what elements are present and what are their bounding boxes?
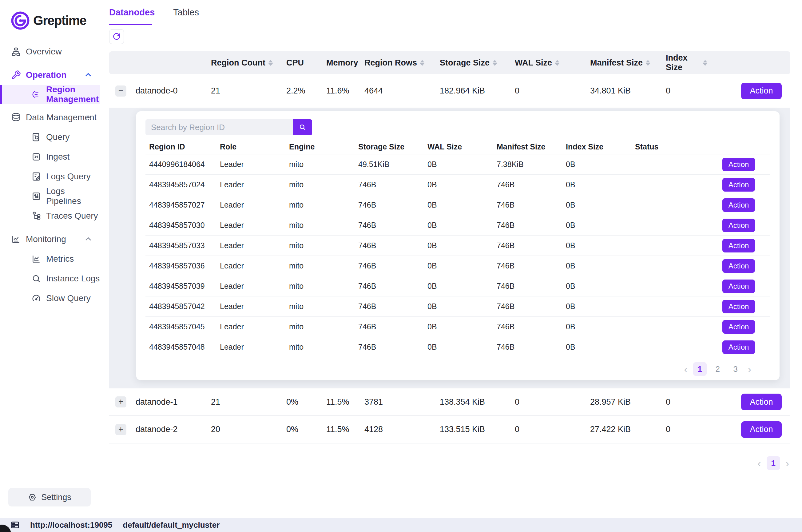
sidebar-item-label: Logs Query xyxy=(46,172,91,182)
endpoint-url[interactable]: http://localhost:19095 xyxy=(30,520,112,530)
cell-cpu: 2.2% xyxy=(278,86,318,96)
chevron-up-icon[interactable] xyxy=(83,70,93,80)
expand-row-button[interactable]: + xyxy=(115,396,127,407)
cell-engine: mito xyxy=(285,180,355,189)
region-table-row: 4483945857036Leadermito746B0B746B0BActio… xyxy=(146,256,770,276)
cell-wal-size: 0 xyxy=(511,86,586,96)
sidebar-item-operation[interactable]: Operation xyxy=(0,65,100,85)
cell-role: Leader xyxy=(216,180,285,189)
cell-region-id: 4483945857027 xyxy=(146,201,216,209)
sidebar-item-logs-query[interactable]: Logs Query xyxy=(0,167,100,186)
next-page-icon[interactable]: › xyxy=(747,362,752,376)
page-1[interactable]: 1 xyxy=(693,362,707,376)
sidebar-item-slow-query[interactable]: Slow Query xyxy=(0,288,100,308)
next-page-icon[interactable]: › xyxy=(784,456,790,470)
sort-icon[interactable] xyxy=(493,60,497,66)
cell-storage-size: 49.51KiB xyxy=(355,160,424,169)
sidebar-item-metrics[interactable]: Metrics xyxy=(0,249,100,269)
action-button[interactable]: Action xyxy=(722,239,755,252)
cell-role: Leader xyxy=(216,160,285,169)
collapse-row-button[interactable]: − xyxy=(115,86,127,97)
cell-role: Leader xyxy=(216,322,285,331)
sort-icon[interactable] xyxy=(646,60,650,66)
sort-icon[interactable] xyxy=(703,60,707,66)
settings-button[interactable]: Settings xyxy=(8,488,91,507)
sidebar-item-ingest[interactable]: Ingest xyxy=(0,147,100,167)
sort-icon[interactable] xyxy=(555,60,559,66)
prev-page-icon[interactable]: ‹ xyxy=(756,456,762,470)
chevron-up-icon[interactable] xyxy=(83,113,93,122)
tree-icon xyxy=(31,211,41,221)
action-button[interactable]: Action xyxy=(741,83,782,99)
page-2[interactable]: 2 xyxy=(711,362,725,376)
cell-engine: mito xyxy=(285,322,355,331)
tab-tables[interactable]: Tables xyxy=(173,7,200,25)
sort-icon[interactable] xyxy=(420,60,424,66)
action-button[interactable]: Action xyxy=(741,394,782,410)
column-header-index-size: Index Size xyxy=(562,142,631,151)
column-header-engine: Engine xyxy=(285,142,355,151)
wrench-icon xyxy=(11,70,21,80)
sidebar-item-region-management[interactable]: Region Management xyxy=(0,85,100,104)
cell-manifest-size: 746B xyxy=(493,302,562,311)
action-button[interactable]: Action xyxy=(722,218,755,232)
cell-region-id: 4440996184064 xyxy=(146,160,216,169)
prev-page-icon[interactable]: ‹ xyxy=(683,362,689,376)
cell-index-size: 0B xyxy=(562,282,631,291)
cluster-name[interactable]: default/default_mycluster xyxy=(123,520,219,530)
brand-logo[interactable]: Greptime xyxy=(0,0,100,34)
brand-name: Greptime xyxy=(33,13,86,28)
sidebar-item-data-management[interactable]: Data Management xyxy=(0,108,100,127)
cell-manifest-size: 28.957 KiB xyxy=(586,397,663,407)
action-button[interactable]: Action xyxy=(722,259,755,273)
region-search-input[interactable] xyxy=(146,119,293,135)
cell-wal-size: 0B xyxy=(424,282,493,291)
column-header-region-count: Region Count xyxy=(206,58,278,68)
cell-storage-size: 182.964 KiB xyxy=(437,86,511,96)
cell-index-size: 0B xyxy=(562,261,631,270)
tab-datanodes[interactable]: Datanodes xyxy=(109,7,156,25)
sidebar-item-instance-logs[interactable]: Instance Logs xyxy=(0,269,100,288)
page-1[interactable]: 1 xyxy=(767,456,780,470)
action-button[interactable]: Action xyxy=(741,421,782,438)
cell-region-id: 4483945857039 xyxy=(146,282,216,291)
action-button[interactable]: Action xyxy=(722,158,755,171)
sidebar-item-overview[interactable]: Overview xyxy=(0,42,100,61)
cell-wal-size: 0B xyxy=(424,201,493,209)
action-button[interactable]: Action xyxy=(722,320,755,334)
sidebar-item-logs-pipelines[interactable]: Logs Pipelines xyxy=(0,186,100,206)
action-button[interactable]: Action xyxy=(722,178,755,192)
region-table-row: 4483945857039Leadermito746B0B746B0BActio… xyxy=(146,276,770,297)
chevron-up-icon[interactable] xyxy=(83,234,93,244)
table-row-datanode-1: + datanode-1 21 0% 11.5% 3781 138.354 Ki… xyxy=(109,388,790,416)
region-table-row: 4483945857042Leadermito746B0B746B0BActio… xyxy=(146,297,770,317)
cell-region-id: 4483945857048 xyxy=(146,343,216,352)
document-search-icon xyxy=(31,132,41,142)
cell-engine: mito xyxy=(285,343,355,352)
action-button[interactable]: Action xyxy=(722,198,755,212)
expanded-region-section: Region ID Role Engine Storage Size WAL S… xyxy=(109,108,790,388)
column-header-index-size: Index Size xyxy=(663,53,707,72)
region-table-body: 4440996184064Leadermito49.51KiB0B7.38KiB… xyxy=(146,154,770,357)
cell-storage-size: 746B xyxy=(355,221,424,230)
region-table-header: Region ID Role Engine Storage Size WAL S… xyxy=(146,139,770,154)
action-button[interactable]: Action xyxy=(722,300,755,314)
expand-row-button[interactable]: + xyxy=(115,424,127,435)
search-button[interactable] xyxy=(293,119,312,135)
cell-index-size: 0 xyxy=(663,86,707,96)
cell-index-size: 0B xyxy=(562,160,631,169)
sidebar-item-traces-query[interactable]: Traces Query xyxy=(0,206,100,226)
cell-engine: mito xyxy=(285,221,355,230)
cell-region-id: 4483945857045 xyxy=(146,322,216,331)
page-3[interactable]: 3 xyxy=(729,362,742,376)
refresh-button[interactable] xyxy=(109,29,124,44)
sidebar-item-monitoring[interactable]: Monitoring xyxy=(0,229,100,249)
main-content: Datanodes Tables Region Count CPU Memory… xyxy=(100,0,802,518)
sidebar-item-query[interactable]: Query xyxy=(0,127,100,147)
action-button[interactable]: Action xyxy=(722,340,755,354)
sort-icon[interactable] xyxy=(268,60,273,66)
sidebar-item-label: Overview xyxy=(26,47,62,57)
cell-index-size: 0B xyxy=(562,180,631,189)
action-button[interactable]: Action xyxy=(722,280,755,293)
sidebar-item-label: Metrics xyxy=(46,254,74,264)
